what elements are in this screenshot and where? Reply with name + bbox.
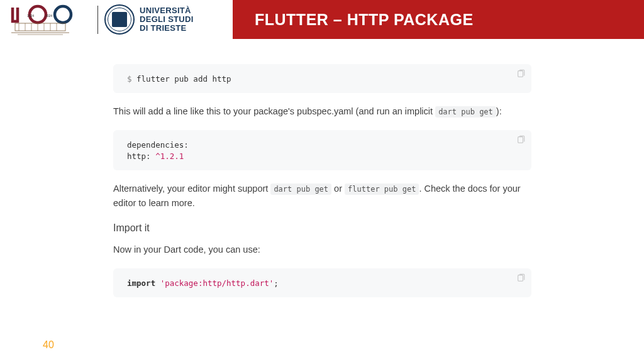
svg-rect-4	[15, 23, 65, 31]
code-text: import 'package:http/http.dart';	[127, 278, 279, 288]
logo-section: 1924 2024 UNIVERSITÀ DEGLI STUDI	[0, 0, 233, 39]
code-block-import: import 'package:http/http.dart';	[113, 268, 531, 297]
svg-rect-15	[518, 137, 523, 143]
svg-point-1	[55, 6, 71, 23]
code-text: dependencies: http: ^1.2.1	[127, 140, 189, 161]
university-name: UNIVERSITÀ DEGLI STUDI DI TRIESTE	[140, 6, 194, 33]
paragraph-import: Now in your Dart code, you can use:	[113, 243, 531, 257]
uni-name-line2: DEGLI STUDI	[140, 15, 194, 24]
paragraph-pubspec: This will add a line like this to your p…	[113, 104, 531, 119]
code-block-install: $ flutter pub add http	[113, 64, 531, 93]
svg-rect-16	[518, 275, 523, 281]
university-seal-icon	[104, 4, 135, 35]
code-block-dependencies: dependencies: http: ^1.2.1	[113, 130, 531, 170]
inline-code: flutter pub get	[345, 184, 419, 195]
inline-code: dart pub get	[270, 184, 331, 195]
content-area: $ flutter pub add http This will add a l…	[113, 64, 531, 297]
inline-code: dart pub get	[435, 106, 496, 118]
svg-text:1924: 1924	[27, 14, 34, 18]
title-bar: FLUTTER – HTTP PACKAGE	[233, 0, 644, 39]
paragraph-editor: Alternatively, your editor might support…	[113, 182, 531, 211]
university-logo: UNIVERSITÀ DEGLI STUDI DI TRIESTE	[104, 4, 194, 35]
page-number: 40	[43, 339, 54, 351]
copy-icon[interactable]	[516, 135, 525, 144]
section-heading-import: Import it	[113, 222, 531, 234]
uni-name-line1: UNIVERSITÀ	[140, 6, 194, 15]
header: 1924 2024 UNIVERSITÀ DEGLI STUDI	[0, 0, 644, 39]
svg-text:2024: 2024	[45, 14, 52, 18]
svg-rect-14	[518, 71, 523, 77]
logo-divider	[97, 6, 98, 34]
uni-name-line3: DI TRIESTE	[140, 24, 194, 33]
copy-icon[interactable]	[516, 273, 525, 282]
centennial-logo: 1924 2024	[6, 3, 91, 37]
copy-icon[interactable]	[516, 69, 525, 78]
code-text: $ flutter pub add http	[127, 74, 231, 84]
slide-title: FLUTTER – HTTP PACKAGE	[255, 11, 474, 29]
